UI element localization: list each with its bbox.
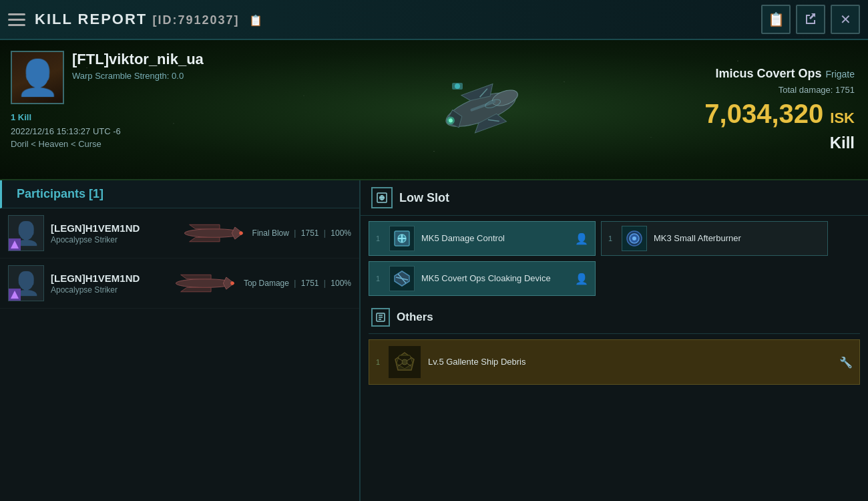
- others-header: Others: [369, 301, 860, 334]
- cloaking-name: MK5 Covert Ops Cloaking Device: [421, 273, 570, 285]
- ship-class: Frigate: [825, 69, 855, 79]
- pilot-identity: [FTL]viktor_nik_ua Warp Scramble Strengt…: [11, 51, 270, 104]
- hero-section: [FTL]viktor_nik_ua Warp Scramble Strengt…: [0, 40, 868, 180]
- person-icon-2: 👤: [575, 273, 588, 285]
- pilot-info: [FTL]viktor_nik_ua Warp Scramble Strengt…: [72, 51, 270, 86]
- others-title: Others: [397, 311, 433, 324]
- damage-control-name: MK5 Damage Control: [421, 233, 570, 244]
- title-id: [ID:7912037]: [152, 13, 239, 27]
- debris-item[interactable]: 1 Lv.5 Gallente Ship Debris 🔧: [369, 339, 860, 385]
- debris-name: Lv.5 Gallente Ship Debris: [428, 357, 834, 368]
- low-slot-icon: [371, 187, 393, 208]
- svg-marker-20: [181, 275, 211, 279]
- isk-value: 7,034,320: [704, 99, 823, 128]
- participant-row-2: [LEGN]H1VEM1ND Apocalypse Striker Top Da…: [0, 259, 359, 309]
- slot-num-cloak: 1: [376, 275, 384, 283]
- wrench-icon: 🔧: [839, 356, 853, 369]
- close-button[interactable]: ✕: [831, 5, 860, 34]
- hamburger-menu[interactable]: [8, 13, 25, 26]
- svg-point-22: [230, 281, 234, 285]
- participant-ship-img-1: [180, 220, 247, 246]
- participant-ship-2: Apocalypse Striker: [51, 285, 165, 295]
- afterburner-name: MK3 Small Afterburner: [654, 233, 821, 244]
- slot-num-ab: 1: [608, 234, 616, 242]
- afterburner-icon: [622, 226, 647, 251]
- others-section: Others 1 Lv.5 Gallente Ship Debris �: [361, 301, 868, 390]
- rank-icon-2: [11, 291, 19, 299]
- copy-icon[interactable]: 📋: [249, 15, 264, 26]
- hero-left: [FTL]viktor_nik_ua Warp Scramble Strengt…: [0, 40, 280, 179]
- participant-avatar-2: [8, 265, 44, 301]
- kill-result: Kill: [830, 134, 855, 152]
- lower-section: Participants [1] [LEGN]H1VEM1ND Apocalyp…: [0, 180, 868, 501]
- window-title: KILL REPORT [ID:7912037] 📋: [35, 11, 761, 28]
- rank-badge-2: [9, 289, 21, 301]
- pilot-avatar: [11, 51, 64, 104]
- cloaking-icon: [389, 266, 415, 291]
- slot-item-damage-control[interactable]: 1 MK5 Damage Control 👤: [369, 221, 596, 256]
- kill-timestamp: 2022/12/16 15:13:27 UTC -6: [11, 126, 270, 136]
- svg-marker-16: [189, 237, 219, 241]
- svg-marker-21: [181, 287, 211, 291]
- total-damage-label: Total damage: 1751: [779, 85, 855, 95]
- participant-row: [LEGN]H1VEM1ND Apocalypse Striker Final: [0, 208, 359, 259]
- slot-item-afterburner[interactable]: 1 MK3 Small Afterburner: [601, 221, 828, 256]
- low-slot-title: Low Slot: [399, 191, 449, 205]
- rank-icon-1: [11, 240, 19, 248]
- participant-stats-2: Top Damage | 1751 | 100%: [244, 279, 351, 288]
- isk-label: ISK: [830, 110, 855, 127]
- participant-stats-1: Final Blow | 1751 | 100%: [252, 228, 351, 238]
- participant-info-2: [LEGN]H1VEM1ND Apocalypse Striker: [44, 273, 172, 295]
- pilot-stat: Warp Scramble Strength: 0.0: [72, 71, 270, 81]
- kill-badge: 1 Kill: [11, 112, 270, 122]
- low-slot-header: Low Slot: [361, 180, 868, 216]
- title-main: KILL REPORT: [35, 11, 147, 27]
- slot-item-cloaking[interactable]: 1 MK5 Covert Ops Cloaking Device 👤: [369, 261, 596, 296]
- svg-marker-15: [189, 224, 219, 228]
- debris-icon: [388, 345, 421, 379]
- svg-point-12: [455, 84, 460, 89]
- damage-control-icon: [389, 226, 415, 251]
- ship-display: [280, 40, 681, 179]
- svg-point-43: [402, 359, 407, 365]
- rank-badge-1: [9, 238, 21, 251]
- avatar-face: [12, 52, 63, 103]
- kill-location: Doril < Heaven < Curse: [11, 139, 270, 149]
- pilot-name: [FTL]viktor_nik_ua: [72, 51, 270, 68]
- participants-title: Participants [1]: [17, 187, 103, 201]
- participant-info-1: [LEGN]H1VEM1ND Apocalypse Striker: [44, 222, 180, 244]
- ship-image: [407, 49, 554, 170]
- participant-name-2: [LEGN]H1VEM1ND: [51, 273, 165, 284]
- equipment-panel: Low Slot 1 MK5 Damage Control 👤: [361, 180, 868, 501]
- participant-name-1: [LEGN]H1VEM1ND: [51, 222, 174, 234]
- title-bar: KILL REPORT [ID:7912037] 📋 📋 ✕: [0, 0, 868, 40]
- slot-grid: 1 MK5 Damage Control 👤 1: [361, 216, 868, 301]
- external-link-button[interactable]: [796, 5, 825, 34]
- title-actions: 📋 ✕: [761, 5, 860, 34]
- participant-avatar-1: [8, 215, 44, 251]
- slot-num-1: 1: [376, 234, 384, 242]
- participant-ship-img-2: [172, 270, 238, 297]
- participants-panel: Participants [1] [LEGN]H1VEM1ND Apocalyp…: [0, 180, 361, 501]
- svg-point-17: [239, 231, 242, 234]
- hero-right: Imicus Covert Ops Frigate Total damage: …: [681, 40, 868, 179]
- person-icon-1: 👤: [575, 232, 588, 245]
- ship-name: Imicus Covert Ops: [715, 67, 821, 81]
- svg-point-31: [632, 236, 636, 240]
- report-button[interactable]: 📋: [761, 5, 791, 34]
- others-icon: [371, 308, 390, 327]
- participants-header: Participants [1]: [0, 180, 359, 208]
- participant-ship-1: Apocalypse Striker: [51, 235, 174, 244]
- debris-num: 1: [376, 358, 384, 366]
